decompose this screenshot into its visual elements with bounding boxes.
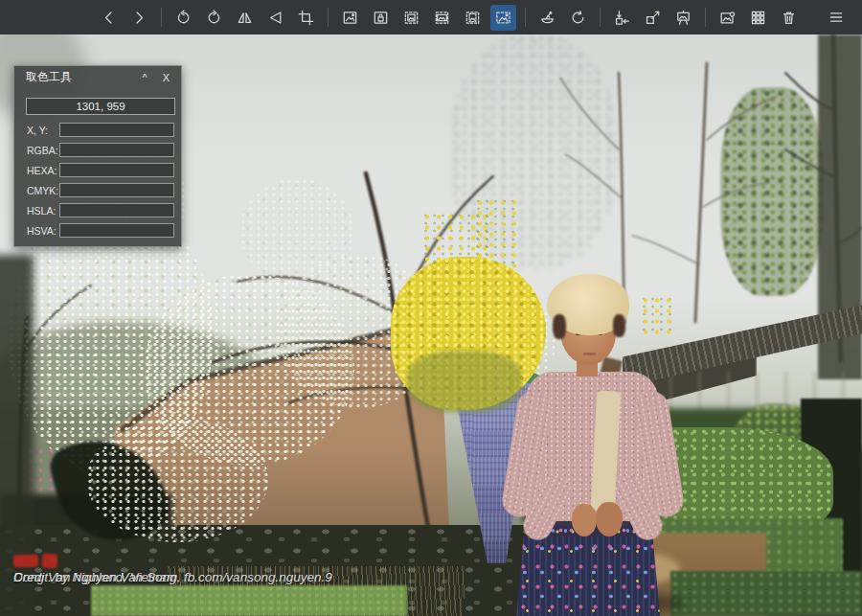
field-label: HSVA:	[27, 225, 59, 237]
panel-title: 取色工具	[26, 69, 72, 85]
flip-vertical-icon	[267, 10, 284, 26]
boat-tool-button[interactable]	[534, 5, 560, 31]
panel-titlebar[interactable]: 取色工具 ^ X	[14, 66, 181, 88]
lock-view-button[interactable]	[368, 5, 394, 31]
trash-icon	[781, 10, 797, 26]
rotate-ccw-button[interactable]	[170, 5, 196, 31]
rotate-cw-button[interactable]	[201, 5, 227, 31]
toolbar-divider	[705, 8, 706, 27]
flower-cluster	[640, 295, 674, 335]
boat-icon	[539, 10, 556, 26]
toolbar-divider	[328, 8, 329, 27]
rotate-ccw-icon	[175, 10, 192, 26]
flip-horizontal-button[interactable]	[232, 5, 258, 31]
girl-skirt	[516, 536, 660, 616]
hamburger-icon	[828, 9, 845, 26]
collapse-button[interactable]: ^	[138, 72, 150, 83]
expand-icon	[645, 10, 661, 26]
field-row-hsva: HSVA:	[14, 220, 181, 240]
toolbar-divider	[525, 8, 526, 27]
refresh-button[interactable]	[565, 5, 591, 31]
field-label: HSLA:	[27, 205, 59, 217]
field-label: HEXA:	[27, 165, 59, 176]
image-viewer-window: Dong Van highland, Vietnam Credit: by Ng…	[0, 0, 862, 616]
delete-button[interactable]	[776, 5, 802, 31]
shrink-to-fit-button[interactable]	[609, 5, 635, 31]
image-lock-icon	[373, 10, 389, 26]
hsva-input[interactable]	[59, 223, 174, 238]
refresh-icon	[570, 10, 586, 26]
close-button[interactable]: X	[161, 72, 171, 83]
image-icon	[342, 10, 358, 26]
photo-vegetable-garden	[670, 571, 862, 616]
field-row-hexa: HEXA:	[14, 160, 181, 180]
field-label: CMYK:	[27, 185, 59, 196]
flip-vertical-button[interactable]	[262, 5, 288, 31]
rgba-input[interactable]	[59, 143, 174, 157]
flip-horizontal-icon	[237, 10, 253, 26]
prev-image-button[interactable]	[96, 5, 122, 31]
crop-button[interactable]	[293, 5, 319, 31]
image-preview-icon	[719, 10, 736, 26]
girl-hair	[553, 314, 566, 339]
field-row-cmyk: CMYK:	[14, 180, 181, 200]
image-fit-height-icon	[465, 10, 481, 26]
color-picker-panel: 取色工具 ^ X 1301, 959 X, Y: RGBA: HEXA: CMY…	[13, 65, 182, 247]
flower-stems	[407, 351, 522, 413]
chevron-left-icon	[101, 10, 117, 26]
toolbar-divider	[161, 8, 162, 27]
slideshow-button[interactable]	[670, 5, 696, 31]
coordinate-display: 1301, 959	[26, 98, 175, 115]
image-fit-width-icon	[434, 10, 450, 26]
hsla-input[interactable]	[59, 203, 174, 217]
photo-captions: Dong Van highland, Vietnam Credit: by Ng…	[13, 568, 492, 614]
fit-window-button[interactable]	[398, 5, 424, 31]
blossom-tree	[86, 418, 268, 542]
caption-credit: Credit: by Nguyen Van Song, fb.com/vanso…	[13, 568, 332, 587]
fit-width-button[interactable]	[429, 5, 455, 31]
menu-button[interactable]	[823, 5, 849, 31]
chevron-right-icon	[131, 10, 147, 26]
field-label: X, Y:	[27, 125, 59, 136]
view-original-button[interactable]	[337, 5, 363, 31]
image-fit-icon	[403, 10, 420, 26]
image-stretch-icon	[495, 10, 511, 26]
cmyk-input[interactable]	[59, 183, 174, 197]
grid-icon	[750, 10, 766, 26]
xy-input[interactable]	[59, 123, 174, 137]
girl-hand	[572, 504, 597, 536]
toolbar-divider	[600, 8, 601, 27]
fit-height-button[interactable]	[460, 5, 486, 31]
preview-button[interactable]	[715, 5, 740, 31]
girl-hand	[596, 502, 623, 536]
rotate-cw-icon	[206, 10, 222, 26]
stretch-view-button[interactable]	[490, 5, 516, 31]
girl-hair	[613, 314, 625, 337]
field-row-xy: X, Y:	[14, 120, 181, 140]
expand-to-fit-button[interactable]	[640, 5, 666, 31]
photo-green-tree	[720, 87, 824, 296]
easel-icon	[675, 10, 692, 26]
field-label: RGBA:	[27, 145, 59, 156]
toolbar	[0, 0, 862, 34]
crop-icon	[298, 10, 314, 26]
next-image-button[interactable]	[126, 5, 152, 31]
thumbnail-grid-button[interactable]	[745, 5, 771, 31]
hexa-input[interactable]	[59, 163, 174, 177]
field-row-rgba: RGBA:	[14, 140, 181, 160]
girl-mouth	[583, 353, 596, 355]
shrink-icon	[614, 10, 630, 26]
field-row-hsla: HSLA:	[14, 200, 181, 220]
